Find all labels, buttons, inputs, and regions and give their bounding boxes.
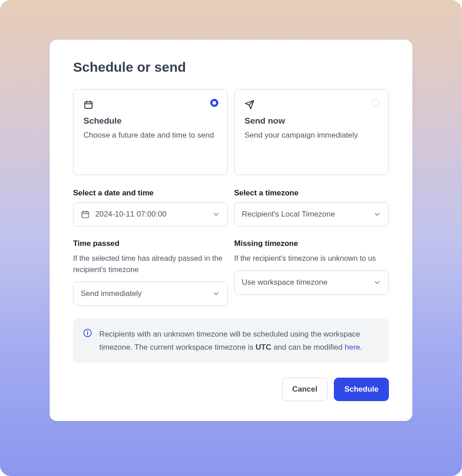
- info-link-here[interactable]: here: [345, 343, 360, 351]
- option-send-now[interactable]: Send now Send your campaign immediately: [234, 89, 389, 175]
- calendar-icon: [83, 100, 93, 110]
- missing-timezone-value: Use workspace timezone: [242, 278, 373, 287]
- option-send-now-title: Send now: [245, 116, 379, 126]
- datetime-label: Select a date and time: [73, 189, 228, 198]
- info-period: .: [360, 343, 362, 351]
- option-schedule[interactable]: Schedule Choose a future date and time t…: [73, 89, 228, 175]
- svg-rect-4: [82, 212, 89, 217]
- time-passed-select[interactable]: Send immediately: [73, 282, 228, 306]
- radio-selected-icon: [210, 99, 218, 107]
- datetime-col: Select a date and time 2024-10-11 07:00:…: [73, 189, 228, 226]
- chevron-down-icon: [212, 290, 220, 298]
- info-banner: Recipients with an unknown timezone will…: [73, 319, 389, 364]
- modal-title: Schedule or send: [73, 60, 389, 75]
- chevron-down-icon: [212, 210, 220, 218]
- info-text: Recipients with an unknown timezone will…: [99, 328, 379, 355]
- info-tz: UTC: [255, 343, 271, 351]
- info-text-after: and can be modified: [271, 343, 345, 351]
- info-icon: [83, 328, 92, 337]
- schedule-button[interactable]: Schedule: [334, 378, 389, 401]
- time-passed-label: Time passed: [73, 239, 228, 248]
- send-options-row: Schedule Choose a future date and time t…: [73, 89, 389, 175]
- missing-timezone-col: Missing timezone If the recipient's time…: [234, 239, 389, 306]
- option-send-now-desc: Send your campaign immediately: [245, 129, 379, 141]
- option-schedule-desc: Choose a future date and time to send: [83, 129, 217, 141]
- svg-point-10: [88, 331, 88, 331]
- timezone-select[interactable]: Recipient's Local Timezone: [234, 202, 389, 226]
- fallback-row: Time passed If the selected time has alr…: [73, 239, 389, 306]
- option-schedule-title: Schedule: [83, 116, 217, 126]
- calendar-icon: [81, 210, 90, 219]
- missing-timezone-select[interactable]: Use workspace timezone: [234, 270, 389, 295]
- radio-unselected-icon: [371, 99, 379, 107]
- time-passed-sublabel: If the selected time has already passed …: [73, 253, 228, 275]
- time-passed-col: Time passed If the selected time has alr…: [73, 239, 228, 306]
- modal-backdrop: Schedule or send Schedule Choose a futur…: [0, 0, 462, 476]
- missing-timezone-sublabel: If the recipient's timezone is unknown t…: [234, 253, 389, 264]
- missing-timezone-label: Missing timezone: [234, 239, 389, 248]
- chevron-down-icon: [373, 278, 381, 287]
- timezone-label: Select a timezone: [234, 189, 389, 198]
- timezone-col: Select a timezone Recipient's Local Time…: [234, 189, 389, 226]
- cancel-button[interactable]: Cancel: [282, 378, 328, 401]
- datetime-input[interactable]: 2024-10-11 07:00:00: [73, 202, 228, 226]
- datetime-value: 2024-10-11 07:00:00: [95, 210, 212, 219]
- schedule-modal: Schedule or send Schedule Choose a futur…: [50, 40, 412, 421]
- modal-actions: Cancel Schedule: [73, 378, 389, 401]
- time-passed-value: Send immediately: [81, 289, 212, 298]
- chevron-down-icon: [373, 210, 381, 218]
- timezone-value: Recipient's Local Timezone: [242, 210, 373, 219]
- svg-rect-0: [85, 102, 92, 109]
- send-icon: [245, 100, 254, 110]
- datetime-timezone-row: Select a date and time 2024-10-11 07:00:…: [73, 189, 389, 226]
